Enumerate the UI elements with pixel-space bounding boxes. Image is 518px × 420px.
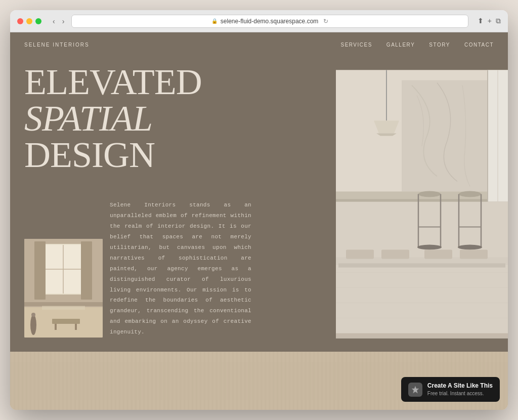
tabs-icon[interactable]: ⧉ <box>496 17 501 25</box>
address-bar[interactable]: 🔒 selene-fluid-demo.squarespace.com ↻ <box>71 15 468 28</box>
create-site-badge[interactable]: Create A Site Like This Free trial. Inst… <box>401 377 500 402</box>
svg-rect-20 <box>336 199 508 202</box>
hero-description: Selene Interiors stands as an unparallel… <box>110 200 251 338</box>
hero-description-wrapper: Selene Interiors stands as an unparallel… <box>110 200 336 338</box>
svg-rect-14 <box>75 324 77 330</box>
svg-rect-41 <box>346 250 374 259</box>
nav-contact[interactable]: CONTACT <box>464 42 494 48</box>
svg-point-25 <box>417 245 442 250</box>
new-tab-icon[interactable]: + <box>488 17 492 25</box>
minimize-dot[interactable] <box>26 18 32 24</box>
url-text: selene-fluid-demo.squarespace.com <box>221 18 318 25</box>
nav-story[interactable]: STORY <box>429 42 450 48</box>
nav-services[interactable]: SERVICES <box>340 42 372 48</box>
browser-chrome: ‹ › 🔒 selene-fluid-demo.squarespace.com … <box>10 10 508 32</box>
svg-rect-13 <box>55 324 57 330</box>
browser-window: ‹ › 🔒 selene-fluid-demo.squarespace.com … <box>10 10 508 410</box>
badge-logo-icon <box>408 383 422 397</box>
svg-rect-18 <box>402 80 498 192</box>
browser-actions: ⬆ + ⧉ <box>478 17 501 25</box>
hero-bottom-content: Selene Interiors stands as an unparallel… <box>24 182 336 352</box>
svg-rect-44 <box>460 250 488 259</box>
svg-rect-34 <box>336 258 508 339</box>
svg-point-10 <box>30 315 36 335</box>
nav-links: SERVICES GALLERY STORY CONTACT <box>340 42 494 48</box>
nav-controls: ‹ › <box>51 16 66 26</box>
svg-rect-9 <box>42 306 85 310</box>
badge-main-text: Create A Site Like This <box>427 382 493 390</box>
svg-point-30 <box>458 245 482 250</box>
svg-rect-7 <box>34 241 46 300</box>
badge-text-wrapper: Create A Site Like This Free trial. Inst… <box>427 382 493 397</box>
svg-rect-8 <box>81 241 92 300</box>
svg-rect-40 <box>338 264 505 268</box>
site-nav: SELENE INTERIORS SERVICES GALLERY STORY … <box>10 32 508 57</box>
title-line3: DESIGN <box>24 137 336 173</box>
nav-gallery[interactable]: GALLERY <box>386 42 415 48</box>
bottom-strip: Create A Site Like This Free trial. Inst… <box>10 352 508 410</box>
maximize-dot[interactable] <box>35 18 41 24</box>
svg-rect-43 <box>424 250 452 259</box>
share-icon[interactable]: ⬆ <box>478 17 484 25</box>
svg-rect-42 <box>381 250 409 259</box>
refresh-icon[interactable]: ↻ <box>323 18 328 25</box>
svg-point-11 <box>31 313 35 317</box>
badge-sub-text: Free trial. Instant access. <box>427 390 493 397</box>
svg-rect-48 <box>336 333 508 339</box>
hero-section: ELEVATED SPATIAL DESIGN <box>10 57 508 352</box>
svg-point-26 <box>459 191 481 197</box>
hero-title: ELEVATED SPATIAL DESIGN <box>24 64 336 173</box>
hero-main-image <box>336 57 508 352</box>
traffic-lights <box>17 18 41 24</box>
hero-left-col: ELEVATED SPATIAL DESIGN <box>10 57 336 352</box>
forward-button[interactable]: › <box>60 16 67 26</box>
title-line1: ELEVATED <box>24 64 336 100</box>
svg-point-21 <box>418 191 441 197</box>
site-brand[interactable]: SELENE INTERIORS <box>24 42 90 48</box>
close-dot[interactable] <box>17 18 23 24</box>
lock-icon: 🔒 <box>211 18 218 24</box>
small-interior-image <box>24 239 103 338</box>
back-button[interactable]: ‹ <box>51 16 57 26</box>
svg-rect-15 <box>24 302 103 306</box>
svg-rect-12 <box>52 319 80 324</box>
website-content: SELENE INTERIORS SERVICES GALLERY STORY … <box>10 32 508 410</box>
title-line2: SPATIAL <box>24 100 336 137</box>
